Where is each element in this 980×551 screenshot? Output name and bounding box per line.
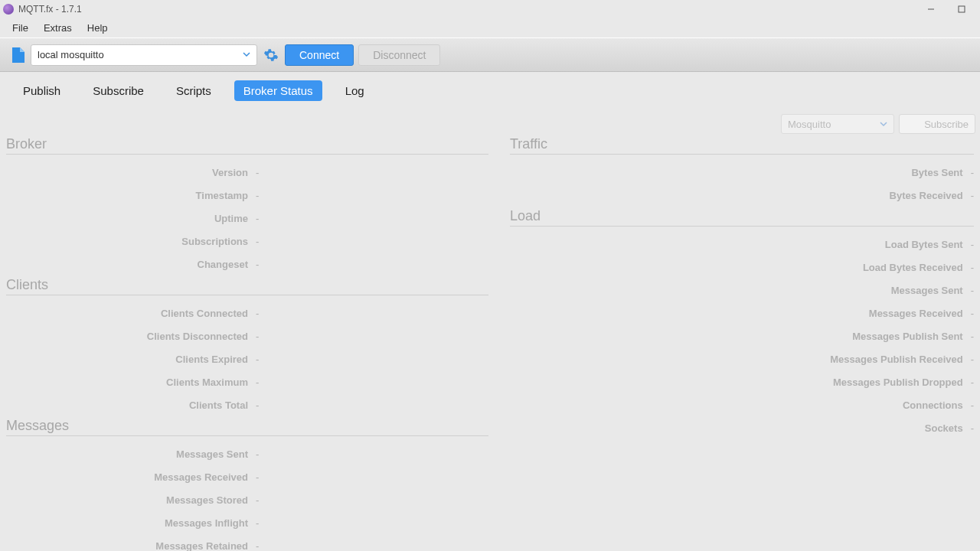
messages-received-value: - [256, 471, 259, 483]
messages-stored-label: Messages Stored [6, 494, 256, 506]
load-msg-pub-dropped-value: - [971, 377, 974, 388]
clients-total-row: Clients Total- [6, 393, 488, 416]
messages-retained-row: Messages Retained- [6, 534, 488, 551]
minimize-button[interactable] [916, 0, 946, 18]
clients-maximum-label: Clients Maximum [6, 377, 256, 388]
window-title: MQTT.fx - 1.7.1 [18, 4, 82, 15]
disconnect-button-label: Disconnect [373, 49, 426, 61]
tab-broker-status[interactable]: Broker Status [234, 80, 322, 101]
load-msg-pub-received-value: - [971, 354, 974, 365]
section-broker-title: Broker [6, 135, 488, 154]
load-connections-row: Connections- [510, 393, 974, 416]
messages-received-row: Messages Received- [6, 465, 488, 488]
clients-disconnected-label: Clients Disconnected [6, 331, 256, 342]
clients-maximum-row: Clients Maximum- [6, 370, 488, 393]
messages-stored-value: - [256, 494, 259, 506]
messages-received-label: Messages Received [6, 471, 256, 483]
messages-retained-value: - [256, 540, 259, 552]
divider [6, 154, 488, 155]
clients-expired-row: Clients Expired- [6, 347, 488, 370]
broker-uptime-label: Uptime [6, 213, 256, 224]
disconnect-button[interactable]: Disconnect [358, 44, 440, 66]
broker-type-select[interactable]: Mosquitto [781, 114, 894, 134]
broker-timestamp-row: Timestamp- [6, 184, 488, 207]
messages-inflight-label: Messages Inflight [6, 517, 256, 529]
section-load-title: Load [510, 207, 974, 226]
clients-expired-value: - [256, 354, 259, 365]
broker-changeset-row: Changeset- [6, 253, 488, 276]
tab-subscribe[interactable]: Subscribe [83, 80, 153, 101]
chevron-down-icon [880, 119, 887, 130]
load-msg-received-value: - [971, 308, 974, 319]
divider [510, 226, 974, 227]
section-traffic-title: Traffic [510, 135, 974, 154]
traffic-bytes-sent-row: Bytes Sent- [510, 161, 974, 184]
divider [6, 295, 488, 295]
clients-connected-row: Clients Connected- [6, 302, 488, 324]
load-sockets-row: Sockets- [510, 416, 974, 439]
menubar: File Extras Help [0, 18, 980, 38]
clients-total-value: - [256, 399, 259, 411]
broker-timestamp-label: Timestamp [6, 190, 256, 201]
traffic-bytes-received-row: Bytes Received- [510, 184, 974, 207]
broker-timestamp-value: - [256, 190, 259, 201]
clients-connected-label: Clients Connected [6, 308, 256, 319]
clients-disconnected-value: - [256, 331, 259, 342]
load-msg-pub-sent-row: Messages Publish Sent- [510, 324, 974, 347]
clients-maximum-value: - [256, 377, 259, 388]
load-sockets-label: Sockets [721, 422, 971, 434]
broker-version-label: Version [6, 167, 256, 178]
broker-version-value: - [256, 167, 259, 178]
messages-inflight-row: Messages Inflight- [6, 511, 488, 534]
settings-button[interactable] [262, 46, 280, 64]
load-bytes-sent-label: Load Bytes Sent [721, 239, 971, 250]
connect-button-label: Connect [299, 49, 339, 61]
left-column: Broker Version- Timestamp- Uptime- Subsc… [5, 135, 490, 551]
broker-subscriptions-value: - [256, 236, 259, 247]
clients-total-label: Clients Total [6, 399, 256, 411]
broker-uptime-row: Uptime- [6, 207, 488, 230]
traffic-bytes-sent-label: Bytes Sent [721, 167, 971, 178]
messages-sent-label: Messages Sent [6, 448, 256, 460]
content: Broker Version- Timestamp- Uptime- Subsc… [0, 135, 980, 551]
status-subscribe-button[interactable]: Subscribe [899, 114, 975, 134]
load-msg-pub-received-row: Messages Publish Received- [510, 347, 974, 370]
broker-uptime-value: - [256, 213, 259, 224]
tab-publish[interactable]: Publish [14, 80, 70, 101]
status-subscribe-label: Subscribe [924, 119, 969, 130]
profile-select-value: local mosquitto [38, 49, 104, 60]
load-bytes-received-label: Load Bytes Received [721, 262, 971, 273]
load-bytes-received-row: Load Bytes Received- [510, 256, 974, 279]
right-column: Traffic Bytes Sent- Bytes Received- Load… [490, 135, 975, 551]
load-msg-pub-sent-value: - [971, 331, 974, 342]
titlebar: MQTT.fx - 1.7.1 [0, 0, 980, 18]
messages-stored-row: Messages Stored- [6, 488, 488, 511]
broker-subscriptions-label: Subscriptions [6, 236, 256, 247]
broker-version-row: Version- [6, 161, 488, 184]
broker-changeset-value: - [256, 259, 259, 270]
chevron-down-icon [243, 49, 250, 60]
load-msg-received-label: Messages Received [721, 308, 971, 319]
connect-button[interactable]: Connect [285, 44, 354, 66]
load-connections-value: - [971, 399, 974, 411]
clients-disconnected-row: Clients Disconnected- [6, 324, 488, 347]
load-connections-label: Connections [721, 399, 971, 411]
divider [6, 435, 488, 436]
broker-type-value: Mosquitto [788, 119, 831, 130]
menu-extras[interactable]: Extras [36, 21, 80, 35]
tab-log[interactable]: Log [336, 80, 374, 101]
load-msg-pub-received-label: Messages Publish Received [721, 354, 971, 365]
menu-help[interactable]: Help [80, 21, 116, 35]
profile-select[interactable]: local mosquitto [31, 44, 257, 66]
traffic-bytes-sent-value: - [971, 167, 974, 178]
load-msg-sent-value: - [971, 285, 974, 296]
maximize-button[interactable] [946, 0, 977, 18]
toolbar: local mosquitto Connect Disconnect [0, 38, 980, 72]
tab-scripts[interactable]: Scripts [167, 80, 220, 101]
load-msg-received-row: Messages Received- [510, 302, 974, 324]
load-msg-pub-dropped-label: Messages Publish Dropped [721, 377, 971, 388]
load-bytes-sent-row: Load Bytes Sent- [510, 233, 974, 256]
clients-expired-label: Clients Expired [6, 354, 256, 365]
document-icon[interactable] [11, 46, 26, 64]
menu-file[interactable]: File [5, 21, 36, 35]
